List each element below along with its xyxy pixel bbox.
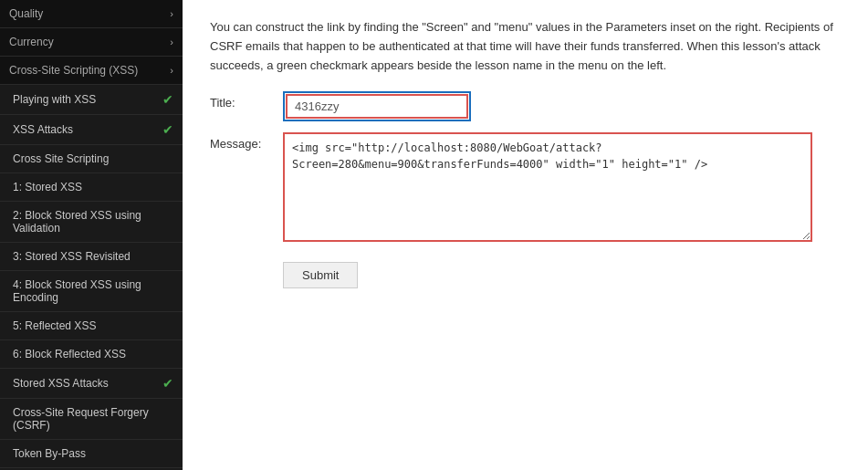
sidebar-item-currency[interactable]: Currency › [0,28,183,57]
title-label: Title: [210,91,283,110]
stored-xss-attacks-check-icon: ✔ [162,376,173,391]
stored-xss-attacks-label: Stored XSS Attacks [13,377,109,390]
playing-check-icon: ✔ [162,92,173,107]
currency-arrow-icon: › [170,37,173,47]
quality-arrow-icon: › [170,8,173,19]
sidebar-item-stored-xss-attacks[interactable]: Stored XSS Attacks ✔ [0,369,183,399]
description-text: You can construct the link by finding th… [210,18,841,75]
cross-site-scripting-label: Cross Site Scripting [13,152,109,165]
sidebar-item-quality-label: Quality [9,7,43,20]
sidebar-item-block-stored-xss-1[interactable]: 2: Block Stored XSS using Validation [0,202,183,243]
main-content: You can construct the link by finding th… [183,0,868,470]
submit-row: Submit [210,253,841,288]
block-stored-xss-2-label: 4: Block Stored XSS using Encoding [13,278,173,304]
sidebar-item-xss-label: Cross-Site Scripting (XSS) [9,64,138,77]
sidebar: Quality › Currency › Cross-Site Scriptin… [0,0,183,470]
block-stored-xss-1-label: 2: Block Stored XSS using Validation [13,209,173,235]
reflected-xss-label: 5: Reflected XSS [13,319,96,332]
sidebar-item-block-reflected-xss[interactable]: 6: Block Reflected XSS [0,340,183,369]
message-textarea[interactable]: <img src="http://localhost:8080/WebGoat/… [283,132,812,242]
title-outer-border [283,91,471,121]
sidebar-item-quality[interactable]: Quality › [0,0,183,28]
csrf-label: Cross-Site Request Forgery (CSRF) [13,406,173,432]
stored-xss-1-label: 1: Stored XSS [13,181,82,193]
sidebar-item-reflected-xss[interactable]: 5: Reflected XSS [0,312,183,340]
xss-attacks-label: XSS Attacks [13,123,73,136]
sidebar-item-stored-xss-1[interactable]: 1: Stored XSS [0,173,183,202]
message-row: Message: <img src="http://localhost:8080… [210,132,841,242]
sidebar-item-token-bypass[interactable]: Token By-Pass [0,440,183,468]
title-row: Title: [210,91,841,121]
sidebar-item-xss-attacks[interactable]: XSS Attacks ✔ [0,115,183,145]
sidebar-item-xss-scripting[interactable]: Cross-Site Scripting (XSS) › [0,57,183,85]
xss-arrow-icon: › [170,65,173,76]
sidebar-item-cross-site-scripting[interactable]: Cross Site Scripting [0,145,183,173]
block-reflected-xss-label: 6: Block Reflected XSS [13,348,126,360]
sidebar-item-block-stored-xss-2[interactable]: 4: Block Stored XSS using Encoding [0,271,183,312]
sidebar-item-csrf[interactable]: Cross-Site Request Forgery (CSRF) [0,399,183,440]
token-bypass-label: Token By-Pass [13,447,86,460]
message-label: Message: [210,132,283,151]
playing-with-xss-label: Playing with XSS [13,93,96,106]
xss-attacks-check-icon: ✔ [162,122,173,137]
sidebar-item-stored-xss-revisited[interactable]: 3: Stored XSS Revisited [0,243,183,271]
sidebar-item-playing-with-xss[interactable]: Playing with XSS ✔ [0,85,183,115]
stored-xss-revisited-label: 3: Stored XSS Revisited [13,250,131,263]
title-input[interactable] [286,94,468,119]
sidebar-item-currency-label: Currency [9,36,54,48]
submit-button[interactable]: Submit [283,262,358,288]
